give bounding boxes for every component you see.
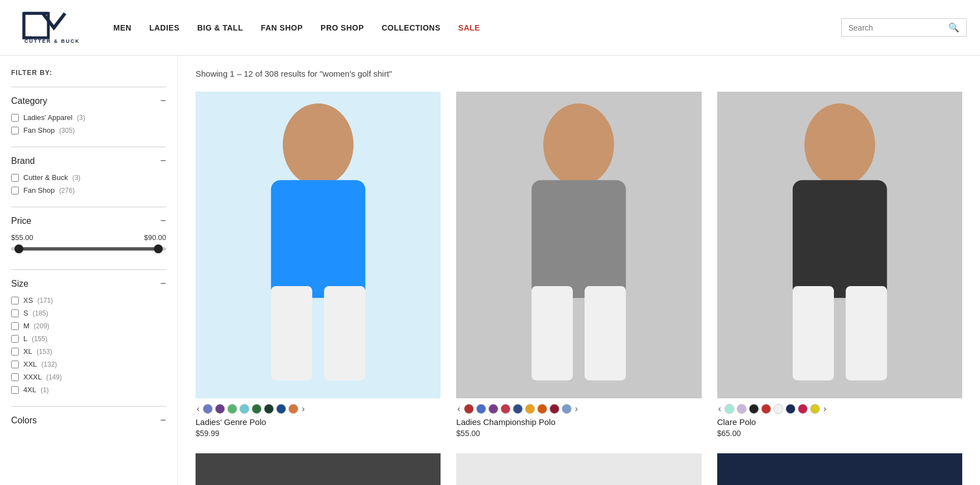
swatch-1-7[interactable]: [549, 404, 559, 414]
swatch-next-0[interactable]: ›: [301, 404, 306, 414]
main-layout: FILTER BY: Category − Ladies' Apparel (3…: [0, 56, 980, 485]
swatch-2-7[interactable]: [810, 404, 820, 414]
size-option-xs[interactable]: XS (171): [11, 296, 166, 304]
size-option-l[interactable]: L (155): [11, 334, 166, 343]
swatch-next-2[interactable]: ›: [822, 404, 827, 414]
search-bar[interactable]: 🔍: [841, 18, 967, 37]
search-input[interactable]: [848, 23, 948, 32]
brand-toggle[interactable]: −: [160, 155, 166, 167]
category-option-fan-shop[interactable]: Fan Shop (305): [11, 126, 166, 134]
svg-rect-13: [792, 286, 833, 381]
swatch-2-0[interactable]: [724, 404, 734, 414]
swatch-1-8[interactable]: [562, 404, 572, 414]
swatch-next-1[interactable]: ›: [574, 404, 579, 414]
size-checkbox-s[interactable]: [11, 309, 19, 317]
svg-rect-9: [532, 286, 573, 381]
category-checkbox-ladies[interactable]: [11, 114, 19, 122]
nav-pro-shop[interactable]: PRO SHOP: [321, 23, 364, 32]
brand-label-fan-shop: Fan Shop: [23, 186, 54, 194]
swatch-0-4[interactable]: [252, 404, 262, 414]
range-thumb-right[interactable]: [154, 244, 163, 253]
filter-by-label: FILTER BY:: [11, 69, 166, 77]
product-card-0[interactable]: ‹›Ladies' Genre Polo$59.99: [196, 92, 441, 438]
swatch-1-6[interactable]: [537, 404, 547, 414]
swatch-0-0[interactable]: [203, 404, 213, 414]
partial-product-1[interactable]: [456, 453, 701, 485]
size-checkbox-4xl[interactable]: [11, 386, 19, 394]
brand-option-cutter[interactable]: Cutter & Buck (3): [11, 173, 166, 182]
swatch-0-6[interactable]: [276, 404, 286, 414]
swatch-2-3[interactable]: [761, 404, 771, 414]
brand-checkbox-cutter[interactable]: [11, 174, 19, 182]
size-count-6: (149): [46, 373, 62, 381]
swatch-2-6[interactable]: [798, 404, 808, 414]
logo-area[interactable]: CUTTER & BUCK: [13, 11, 91, 44]
brand-checkbox-fan-shop[interactable]: [11, 187, 19, 194]
swatch-2-1[interactable]: [737, 404, 747, 414]
swatch-1-4[interactable]: [513, 404, 523, 414]
size-checkbox-m[interactable]: [11, 322, 19, 330]
nav-men[interactable]: MEN: [113, 23, 132, 32]
category-count-ladies: (3): [77, 114, 86, 122]
product-card-2[interactable]: ‹›Clare Polo$65.00: [717, 92, 962, 438]
svg-rect-6: [324, 286, 365, 381]
brand-option-fan-shop[interactable]: Fan Shop (276): [11, 186, 166, 194]
partial-product-2[interactable]: [717, 453, 962, 485]
swatch-0-3[interactable]: [239, 404, 249, 414]
size-filter-header: Size −: [11, 278, 166, 289]
nav-big-tall[interactable]: BIG & TALL: [197, 23, 243, 32]
size-checkbox-l[interactable]: [11, 335, 19, 343]
size-option-s[interactable]: S (185): [11, 309, 166, 317]
swatch-2-4[interactable]: [773, 404, 783, 414]
size-option-m[interactable]: M (209): [11, 322, 166, 330]
swatch-1-2[interactable]: [488, 404, 498, 414]
product-image-1[interactable]: [456, 92, 701, 398]
swatch-1-0[interactable]: [464, 404, 474, 414]
swatch-0-7[interactable]: [288, 404, 298, 414]
size-toggle[interactable]: −: [160, 278, 166, 289]
product-image-0[interactable]: [196, 92, 441, 398]
price-range-slider[interactable]: [11, 247, 166, 251]
nav-collections[interactable]: COLLECTIONS: [382, 23, 441, 32]
swatch-2-2[interactable]: [749, 404, 759, 414]
price-max: $90.00: [144, 233, 166, 242]
search-button[interactable]: 🔍: [948, 22, 959, 33]
size-checkbox-xl[interactable]: [11, 348, 19, 356]
product-name-1: Ladies Championship Polo: [456, 417, 701, 427]
category-option-ladies[interactable]: Ladies' Apparel (3): [11, 113, 166, 122]
size-checkbox-xxl[interactable]: [11, 361, 19, 368]
product-card-1[interactable]: ‹›Ladies Championship Polo$55.00: [456, 92, 701, 438]
swatch-1-3[interactable]: [501, 404, 511, 414]
swatch-0-5[interactable]: [264, 404, 274, 414]
size-option-xxl[interactable]: XXL (132): [11, 360, 166, 368]
size-option-4xl[interactable]: 4XL (1): [11, 386, 166, 394]
price-filter-title: Price: [11, 216, 31, 226]
category-checkbox-fan-shop[interactable]: [11, 127, 19, 134]
size-checkbox-xxxl[interactable]: [11, 373, 19, 381]
size-checkbox-xs[interactable]: [11, 297, 19, 304]
swatch-prev-0[interactable]: ‹: [196, 404, 201, 414]
nav-ladies[interactable]: LADIES: [149, 23, 179, 32]
size-option-xxxl[interactable]: XXXL (149): [11, 373, 166, 381]
product-name-0: Ladies' Genre Polo: [196, 417, 441, 427]
size-label-6: XXXL: [23, 373, 42, 381]
category-filter-header: Category −: [11, 95, 166, 107]
category-label-fan-shop: Fan Shop: [23, 126, 54, 134]
svg-rect-12: [792, 180, 887, 298]
price-toggle[interactable]: −: [160, 215, 166, 227]
swatch-1-1[interactable]: [476, 404, 486, 414]
partial-product-0[interactable]: [196, 453, 441, 485]
range-thumb-left[interactable]: [14, 244, 23, 253]
size-option-xl[interactable]: XL (153): [11, 347, 166, 356]
nav-sale[interactable]: SALE: [458, 23, 480, 32]
swatch-1-5[interactable]: [525, 404, 535, 414]
swatch-0-2[interactable]: [227, 404, 237, 414]
swatch-0-1[interactable]: [215, 404, 225, 414]
swatch-prev-1[interactable]: ‹: [456, 404, 461, 414]
nav-fan-shop[interactable]: FAN SHOP: [261, 23, 303, 32]
product-image-2[interactable]: [717, 92, 962, 398]
swatch-2-5[interactable]: [786, 404, 796, 414]
category-toggle[interactable]: −: [160, 95, 166, 107]
colors-toggle[interactable]: −: [160, 414, 166, 426]
swatch-prev-2[interactable]: ‹: [717, 404, 722, 414]
